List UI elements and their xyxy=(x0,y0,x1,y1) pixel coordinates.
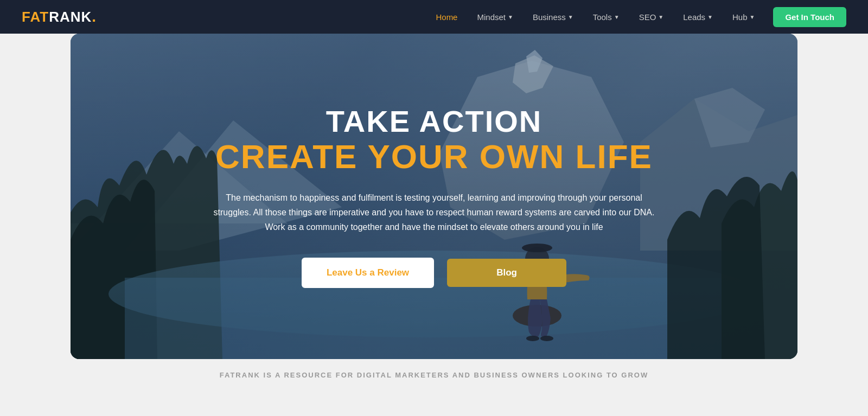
get-in-touch-button[interactable]: Get In Touch xyxy=(773,7,846,27)
nav-business[interactable]: Business ▼ xyxy=(525,8,581,26)
chevron-down-icon: ▼ xyxy=(568,14,573,20)
nav-hub[interactable]: Hub ▼ xyxy=(725,8,762,26)
leave-review-button[interactable]: Leave Us a Review xyxy=(302,258,434,288)
nav-seo[interactable]: SEO ▼ xyxy=(631,8,672,26)
chevron-down-icon: ▼ xyxy=(658,14,663,20)
hero-title-line1: TAKE ACTION xyxy=(326,105,542,138)
navbar: FATRANK. Home Mindset ▼ Business ▼ Tools… xyxy=(0,0,868,34)
nav-home[interactable]: Home xyxy=(428,8,465,26)
logo-rank: RANK xyxy=(49,9,92,25)
logo-fat: FAT xyxy=(22,9,49,25)
hero-description: The mechanism to happiness and fulfilmen… xyxy=(212,190,656,235)
logo[interactable]: FATRANK. xyxy=(22,8,96,25)
hero-buttons: Leave Us a Review Blog xyxy=(302,258,566,288)
chevron-down-icon: ▼ xyxy=(750,14,755,20)
logo-dot: . xyxy=(92,8,96,25)
nav-tools[interactable]: Tools ▼ xyxy=(585,8,627,26)
nav-leads[interactable]: Leads ▼ xyxy=(675,8,720,26)
chevron-down-icon: ▼ xyxy=(614,14,620,20)
hero-title-line2: CREATE YOUR OWN LIFE xyxy=(215,138,653,175)
nav-links: Home Mindset ▼ Business ▼ Tools ▼ SEO ▼ … xyxy=(428,8,762,26)
hero-section: TAKE ACTION CREATE YOUR OWN LIFE The mec… xyxy=(71,34,797,359)
hero-content: TAKE ACTION CREATE YOUR OWN LIFE The mec… xyxy=(71,34,797,359)
blog-button[interactable]: Blog xyxy=(447,259,566,287)
footer-tagline: FATRANK IS A RESOURCE FOR DIGITAL MARKET… xyxy=(0,359,868,385)
chevron-down-icon: ▼ xyxy=(508,14,513,20)
nav-mindset[interactable]: Mindset ▼ xyxy=(469,8,520,26)
chevron-down-icon: ▼ xyxy=(707,14,713,20)
